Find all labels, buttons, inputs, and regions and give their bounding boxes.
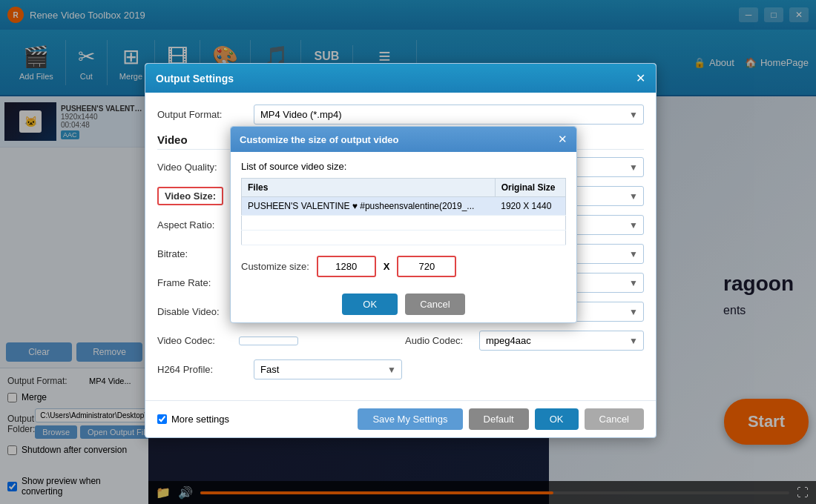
table-row-empty2 (242, 231, 566, 245)
output-settings-header: Output Settings ✕ (145, 64, 656, 93)
table-header-files: Files (242, 179, 496, 197)
h264-profile-label: H264 Profile: (157, 364, 254, 375)
output-settings-title: Output Settings (156, 73, 234, 84)
h264-profile-dropdown: Fast ▼ (254, 359, 402, 379)
ok-button[interactable]: OK (535, 408, 579, 430)
table-cell-size: 1920 X 1440 (495, 197, 565, 216)
more-settings-label: More settings (171, 414, 229, 425)
width-input[interactable] (317, 256, 376, 277)
audio-codec-select[interactable]: mpeg4aac (479, 331, 644, 351)
size-x-separator: X (384, 261, 390, 272)
table-row-empty1 (242, 216, 566, 231)
customize-size-title: Customize the size of output video (240, 134, 399, 145)
table-row[interactable]: PUSHEEN'S VALENTINE ♥ #pusheensvalentine… (242, 197, 566, 216)
more-settings-checkbox: More settings (157, 414, 229, 425)
customize-size-body: List of source video size: Files Origina… (231, 152, 576, 286)
h264-profile-row: H264 Profile: Fast ▼ (157, 359, 644, 379)
save-settings-button[interactable]: Save My Settings (358, 408, 462, 430)
default-button[interactable]: Default (469, 408, 529, 430)
output-format-form-row: Output Format: MP4 Video (*.mp4) ▼ (157, 105, 644, 125)
customize-size-header: Customize the size of output video ✕ (231, 127, 576, 152)
output-format-select[interactable]: MP4 Video (*.mp4) (254, 105, 644, 125)
audio-codec-dropdown: mpeg4aac ▼ (479, 331, 644, 351)
customize-size-close[interactable]: ✕ (558, 133, 567, 146)
cancel-button[interactable]: Cancel (585, 408, 644, 430)
output-settings-close[interactable]: ✕ (636, 71, 645, 85)
height-input[interactable] (397, 256, 456, 277)
video-codec-value (239, 336, 298, 345)
more-settings-check[interactable] (157, 414, 167, 424)
customize-cancel-button[interactable]: Cancel (405, 294, 464, 315)
video-codec-row: Video Codec: (157, 331, 396, 351)
source-size-table: Files Original Size PUSHEEN'S VALENTINE … (241, 178, 566, 245)
customize-size-footer: OK Cancel (231, 286, 576, 322)
codec-rows: Video Codec: Audio Codec: mpeg4aac ▼ (157, 331, 644, 351)
output-settings-footer: More settings Save My Settings Default O… (145, 400, 656, 437)
source-size-list-label: List of source video size: (241, 161, 566, 172)
output-format-form-label: Output Format: (157, 109, 254, 120)
modal-overlay: Output Settings ✕ Output Format: MP4 Vid… (0, 0, 816, 504)
customize-ok-button[interactable]: OK (342, 294, 398, 315)
h264-profile-select[interactable]: Fast (254, 359, 402, 379)
output-format-dropdown-wrapper: MP4 Video (*.mp4) ▼ (254, 105, 644, 125)
audio-codec-row: Audio Codec: mpeg4aac ▼ (405, 331, 644, 351)
video-size-label-box: Video Size: (157, 187, 223, 205)
table-cell-file: PUSHEEN'S VALENTINE ♥ #pusheensvalentine… (242, 197, 496, 216)
customize-size-inputs: Customize size: X (241, 256, 566, 277)
customize-size-label: Customize size: (241, 261, 309, 272)
video-codec-label: Video Codec: (157, 335, 239, 346)
customize-size-dialog: Customize the size of output video ✕ Lis… (230, 126, 577, 323)
table-header-size: Original Size (495, 179, 565, 197)
audio-codec-label: Audio Codec: (405, 335, 479, 346)
